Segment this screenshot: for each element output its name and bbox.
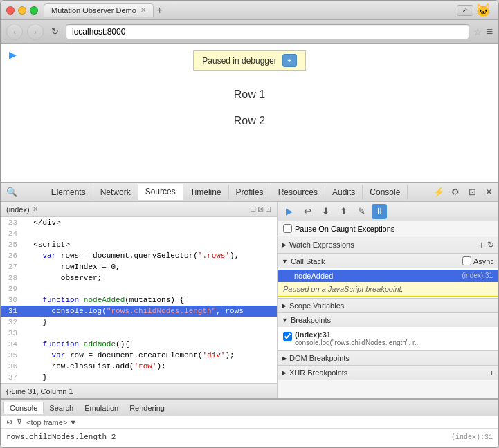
breakpoints-content: (index):31 console.log("rows.childNodes.… xyxy=(278,327,498,350)
source-file-close[interactable]: ✕ xyxy=(33,205,38,213)
debugger-text: Paused in debugger xyxy=(202,56,276,66)
debugger-bar: Paused in debugger ⌁ xyxy=(193,50,305,71)
tab-title: Mutation Observer Demo xyxy=(51,6,136,15)
paused-message: Paused on a JavaScript breakpoint. xyxy=(278,282,498,297)
deactivate-button[interactable]: ✎ xyxy=(354,204,369,219)
xhr-breakpoints-section[interactable]: ▶ XHR Breakpoints + xyxy=(278,365,498,380)
resume-debug-button[interactable]: ▶ xyxy=(282,204,297,219)
code-line-23: 23 </div> xyxy=(1,217,277,228)
call-stack-label: Call Stack xyxy=(291,257,325,265)
xhr-add-button[interactable]: + xyxy=(490,368,494,377)
step-into-button[interactable]: ⬇ xyxy=(318,204,333,219)
frame-arrow-icon: ▼ xyxy=(69,418,77,427)
tab-audits[interactable]: Audits xyxy=(325,185,363,200)
console-content: rows.childNodes.length 2 (index):31 › xyxy=(1,429,498,447)
watch-triangle-icon: ▶ xyxy=(282,241,287,248)
source-action-1[interactable]: ⊟ xyxy=(250,205,256,214)
call-stack-header[interactable]: ▼ Call Stack Async xyxy=(278,254,498,268)
clear-console-button[interactable]: ⊘ xyxy=(6,418,12,427)
frame-label: <top frame> xyxy=(26,418,67,427)
tab-resources[interactable]: Resources xyxy=(271,185,325,200)
source-file-name: (index) xyxy=(6,205,30,214)
code-area[interactable]: 23 </div> 24 25 <script> 26 xyxy=(1,217,277,383)
console-tab-rendering[interactable]: Rendering xyxy=(124,402,170,413)
url-input[interactable]: localhost:8000 xyxy=(66,24,469,39)
code-line-27: 27 rowIndex = 0, xyxy=(1,261,277,272)
console-log-text: rows.childNodes.length 2 xyxy=(6,433,116,441)
breakpoints-header[interactable]: ▼ Breakpoints xyxy=(278,313,498,327)
devtools-search-icon[interactable]: 🔍 xyxy=(3,187,20,197)
tab-network[interactable]: Network xyxy=(93,185,138,200)
menu-button[interactable]: ≡ xyxy=(487,26,493,38)
pause-exception-checkbox[interactable] xyxy=(283,224,292,233)
step-over-button[interactable]: ↩ xyxy=(300,204,315,219)
resume-button[interactable]: ⌁ xyxy=(282,54,297,67)
watch-expressions-header[interactable]: ▶ Watch Expressions + ↻ xyxy=(278,236,498,253)
pause-exception-section: Pause On Caught Exceptions xyxy=(278,221,498,236)
watch-expressions-section: ▶ Watch Expressions + ↻ xyxy=(278,236,498,254)
browser-tab[interactable]: Mutation Observer Demo ✕ xyxy=(44,3,154,17)
console-tab-bar: Console Search Emulation Rendering xyxy=(1,400,498,416)
breakpoint-detail-1: (index):31 console.log("rows.childNodes.… xyxy=(295,330,493,346)
bookmark-button[interactable]: ☆ xyxy=(473,26,482,37)
scope-variables-header[interactable]: ▶ Scope Variables xyxy=(278,299,498,312)
console-tab-console[interactable]: Console xyxy=(3,402,44,414)
dom-triangle-icon: ▶ xyxy=(282,355,287,362)
tab-timeline[interactable]: Timeline xyxy=(183,185,229,200)
close-button[interactable] xyxy=(6,6,15,15)
devtools-panel: 🔍 Elements Network Sources Timeline Prof… xyxy=(1,182,498,447)
devtools-tab-bar: 🔍 Elements Network Sources Timeline Prof… xyxy=(1,183,498,202)
back-button[interactable]: ‹ xyxy=(6,24,23,40)
browser-tab-bar: Mutation Observer Demo ✕ + xyxy=(44,3,457,17)
minimize-button[interactable] xyxy=(18,6,26,15)
resize-button[interactable]: ⤢ xyxy=(457,5,473,16)
tab-console[interactable]: Console xyxy=(363,185,408,200)
filter-console-button[interactable]: ⊽ xyxy=(17,418,22,427)
call-stack-function-name: nodeAdded xyxy=(294,272,333,280)
code-line-37: 37 } xyxy=(1,372,277,383)
url-bar: ‹ › ↻ localhost:8000 ☆ ≡ xyxy=(1,20,498,44)
console-tab-emulation[interactable]: Emulation xyxy=(79,402,124,413)
devtools-settings[interactable]: ⚙ xyxy=(448,185,462,199)
watch-add-button[interactable]: + xyxy=(479,239,484,250)
console-area: Console Search Emulation Rendering ⊘ ⊽ <… xyxy=(1,398,498,447)
code-line-26: 26 var rows = document.querySelector('.r… xyxy=(1,250,277,261)
code-line-33: 33 xyxy=(1,328,277,339)
call-stack-item-node-added[interactable]: nodeAdded (index):31 xyxy=(278,270,498,282)
code-line-35: 35 var row = document.createElement('div… xyxy=(1,350,277,361)
devtools-close[interactable]: ✕ xyxy=(482,185,496,199)
tab-elements[interactable]: Elements xyxy=(44,185,93,200)
source-action-3[interactable]: ⊡ xyxy=(265,205,271,214)
console-log-ref: (index):31 xyxy=(451,433,493,441)
source-action-2[interactable]: ⊠ xyxy=(257,205,264,214)
refresh-button[interactable]: ↻ xyxy=(48,25,62,39)
async-checkbox[interactable] xyxy=(462,256,471,265)
console-tab-search[interactable]: Search xyxy=(44,402,79,413)
page-area: ▶ Paused in debugger ⌁ Row 1 Row 2 xyxy=(1,44,498,182)
console-input[interactable] xyxy=(16,445,490,448)
tab-profiles[interactable]: Profiles xyxy=(229,185,271,200)
devtools-action-1[interactable]: ⚡ xyxy=(432,185,446,199)
code-line-24: 24 xyxy=(1,228,277,239)
async-text: Async xyxy=(473,257,494,265)
frame-selector[interactable]: <top frame> ▼ xyxy=(26,418,77,427)
breakpoint-code-1: console.log("rows.childNodes.length", r.… xyxy=(295,339,461,346)
maximize-button[interactable] xyxy=(30,6,38,15)
new-tab-button[interactable]: + xyxy=(156,4,163,17)
pause-button[interactable]: ⏸ xyxy=(372,204,387,219)
forward-button[interactable]: › xyxy=(27,24,44,40)
scope-triangle-icon: ▶ xyxy=(282,302,287,309)
step-out-button[interactable]: ⬆ xyxy=(336,204,351,219)
watch-refresh-button[interactable]: ↻ xyxy=(487,240,494,250)
xhr-breakpoints-label: XHR Breakpoints xyxy=(289,368,347,377)
dom-breakpoints-section[interactable]: ▶ DOM Breakpoints xyxy=(278,351,498,365)
call-stack-file-ref: (index):31 xyxy=(462,272,493,279)
tab-sources[interactable]: Sources xyxy=(138,184,183,200)
tab-close-button[interactable]: ✕ xyxy=(140,6,146,14)
breakpoint-checkbox-1[interactable] xyxy=(283,332,292,341)
code-line-25: 25 <script> xyxy=(1,239,277,250)
browser-content: ▶ Paused in debugger ⌁ Row 1 Row 2 🔍 Ele… xyxy=(1,44,498,447)
devtools-dock[interactable]: ⊡ xyxy=(465,185,479,199)
debug-toolbar: ▶ ↩ ⬇ ⬆ ✎ ⏸ xyxy=(278,202,498,221)
code-line-30: 30 function nodeAdded(mutations) { xyxy=(1,295,277,306)
